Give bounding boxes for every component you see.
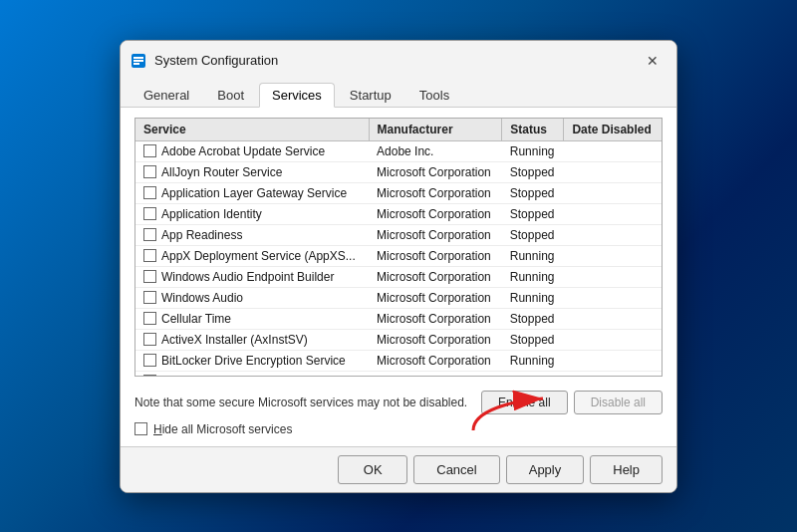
service-checkbox[interactable]	[143, 228, 156, 241]
svg-rect-3	[133, 63, 139, 65]
service-checkbox[interactable]	[143, 270, 156, 283]
service-checkbox[interactable]	[143, 375, 156, 377]
service-cell: BitLocker Drive Encryption Service	[135, 350, 369, 371]
manufacturer-cell: Microsoft Corporation	[369, 182, 502, 203]
date-disabled-cell	[564, 287, 662, 308]
tab-tools[interactable]: Tools	[406, 83, 462, 107]
manufacturer-cell: Microsoft Corporation	[369, 329, 502, 350]
cancel-button[interactable]: Cancel	[413, 455, 499, 484]
service-name: AllJoyn Router Service	[161, 165, 282, 179]
table-row[interactable]: ActiveX Installer (AxInstSV)Microsoft Co…	[135, 329, 662, 350]
service-checkbox[interactable]	[143, 207, 156, 220]
service-name: Windows Audio	[161, 291, 243, 305]
date-disabled-cell	[564, 203, 662, 224]
footer: OK Cancel Apply Help	[121, 446, 676, 492]
status-cell: Running	[502, 266, 564, 287]
services-table-container[interactable]: Service Manufacturer Status Date Disable…	[134, 118, 663, 377]
col-date-disabled[interactable]: Date Disabled	[564, 119, 662, 141]
tab-general[interactable]: General	[131, 83, 202, 107]
hide-ms-underline: H	[153, 422, 162, 436]
table-row[interactable]: AllJoyn Router ServiceMicrosoft Corporat…	[135, 161, 662, 182]
ok-button[interactable]: OK	[338, 455, 407, 484]
enable-all-button[interactable]: Enable all	[481, 391, 568, 414]
date-disabled-cell	[564, 140, 662, 161]
status-cell: Running	[502, 371, 564, 377]
service-cell: Base Filtering Engine	[135, 371, 369, 377]
service-checkbox[interactable]	[143, 186, 156, 199]
apply-button[interactable]: Apply	[506, 455, 585, 484]
manufacturer-cell: Microsoft Corporation	[369, 350, 502, 371]
hide-ms-rest: ide all Microsoft services	[162, 422, 293, 436]
date-disabled-cell	[564, 266, 662, 287]
table-row[interactable]: Windows Audio Endpoint BuilderMicrosoft …	[135, 266, 662, 287]
col-manufacturer[interactable]: Manufacturer	[369, 119, 502, 141]
table-row[interactable]: BitLocker Drive Encryption ServiceMicros…	[135, 350, 662, 371]
status-cell: Stopped	[502, 329, 564, 350]
service-checkbox[interactable]	[143, 354, 156, 367]
manufacturer-cell: Microsoft Corporation	[369, 308, 502, 329]
note-buttons: Enable all Disable all	[481, 391, 663, 414]
service-name: Adobe Acrobat Update Service	[161, 144, 325, 158]
manufacturer-cell: Microsoft Corporation	[369, 224, 502, 245]
title-bar: System Configuration ✕	[121, 41, 676, 79]
service-name: Base Filtering Engine	[161, 375, 275, 377]
tab-services[interactable]: Services	[259, 83, 335, 108]
disable-all-button[interactable]: Disable all	[574, 391, 663, 414]
service-checkbox[interactable]	[143, 333, 156, 346]
app-icon	[131, 53, 146, 69]
date-disabled-cell	[564, 182, 662, 203]
table-row[interactable]: AppX Deployment Service (AppXS...Microso…	[135, 245, 662, 266]
close-button[interactable]: ✕	[641, 49, 664, 73]
service-cell: ActiveX Installer (AxInstSV)	[135, 329, 369, 350]
table-row[interactable]: Base Filtering EngineMicrosoft Corporati…	[135, 371, 662, 377]
table-row[interactable]: Adobe Acrobat Update ServiceAdobe Inc.Ru…	[135, 140, 662, 161]
window-title: System Configuration	[154, 53, 278, 68]
manufacturer-cell: Microsoft Corporation	[369, 161, 502, 182]
service-cell: Windows Audio	[135, 287, 369, 308]
manufacturer-cell: Adobe Inc.	[369, 140, 502, 161]
col-service[interactable]: Service	[135, 119, 369, 141]
service-name: Cellular Time	[161, 312, 231, 326]
table-row[interactable]: App ReadinessMicrosoft CorporationStoppe…	[135, 224, 662, 245]
hide-ms-label[interactable]: Hide all Microsoft services	[153, 422, 292, 436]
date-disabled-cell	[564, 161, 662, 182]
service-cell: Adobe Acrobat Update Service	[135, 140, 369, 161]
tab-boot[interactable]: Boot	[204, 83, 257, 107]
col-status[interactable]: Status	[502, 119, 564, 141]
service-checkbox[interactable]	[143, 291, 156, 304]
service-name: ActiveX Installer (AxInstSV)	[161, 333, 308, 347]
hide-ms-row: Hide all Microsoft services	[134, 418, 663, 436]
svg-rect-2	[133, 60, 143, 62]
table-row[interactable]: Application Layer Gateway ServiceMicroso…	[135, 182, 662, 203]
status-cell: Stopped	[502, 308, 564, 329]
tab-bar: General Boot Services Startup Tools	[121, 79, 676, 108]
service-cell: Windows Audio Endpoint Builder	[135, 266, 369, 287]
date-disabled-cell	[564, 329, 662, 350]
status-cell: Running	[502, 245, 564, 266]
status-cell: Stopped	[502, 182, 564, 203]
manufacturer-cell: Microsoft Corporation	[369, 371, 502, 377]
table-row[interactable]: Application IdentityMicrosoft Corporatio…	[135, 203, 662, 224]
help-button[interactable]: Help	[590, 455, 663, 484]
service-checkbox[interactable]	[143, 144, 156, 157]
service-checkbox[interactable]	[143, 312, 156, 325]
hide-ms-checkbox[interactable]	[134, 422, 147, 435]
service-name: Application Identity	[161, 207, 262, 221]
table-header-row: Service Manufacturer Status Date Disable…	[135, 119, 662, 141]
service-name: Windows Audio Endpoint Builder	[161, 270, 334, 284]
table-row[interactable]: Cellular TimeMicrosoft CorporationStoppe…	[135, 308, 662, 329]
tab-startup[interactable]: Startup	[337, 83, 404, 107]
service-name: AppX Deployment Service (AppXS...	[161, 249, 356, 263]
service-name: Application Layer Gateway Service	[161, 186, 347, 200]
svg-rect-1	[133, 57, 143, 59]
service-rows: Adobe Acrobat Update ServiceAdobe Inc.Ru…	[135, 140, 662, 377]
main-content: Service Manufacturer Status Date Disable…	[121, 108, 676, 446]
service-checkbox[interactable]	[143, 249, 156, 262]
table-row[interactable]: Windows AudioMicrosoft CorporationRunnin…	[135, 287, 662, 308]
status-cell: Running	[502, 350, 564, 371]
service-checkbox[interactable]	[143, 165, 156, 178]
date-disabled-cell	[564, 371, 662, 377]
note-row: Note that some secure Microsoft services…	[134, 385, 663, 418]
note-text: Note that some secure Microsoft services…	[134, 396, 467, 409]
date-disabled-cell	[564, 308, 662, 329]
